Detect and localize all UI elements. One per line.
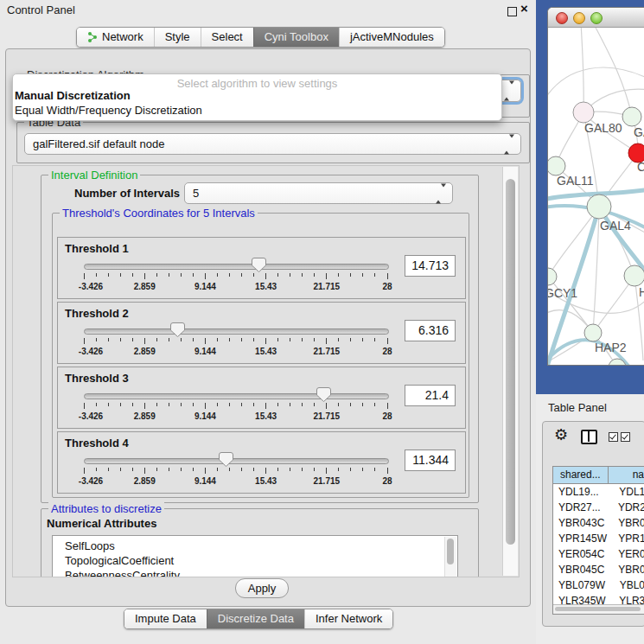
cell-shared-name[interactable]: YPR145W <box>553 531 613 546</box>
network-node[interactable] <box>622 107 641 126</box>
network-icon <box>87 31 98 43</box>
numerical-attributes-label: Numerical Attributes <box>47 517 156 530</box>
slider-thumb[interactable] <box>219 451 233 468</box>
tab-jactivemnodules[interactable]: jActiveMNodules <box>339 28 444 47</box>
minimize-window-icon[interactable] <box>573 12 585 24</box>
network-node[interactable] <box>548 156 565 175</box>
network-canvas[interactable]: GAL80GACGAL11GAL4GCY1HHAP2 <box>548 28 644 365</box>
cell-name[interactable]: YER0 <box>613 546 644 562</box>
network-node[interactable] <box>548 268 557 285</box>
cell-name[interactable]: YPR1 <box>613 531 644 546</box>
cell-shared-name[interactable]: YBL079W <box>553 577 615 593</box>
slider-thumb[interactable] <box>252 257 266 273</box>
tab-select[interactable]: Select <box>201 28 253 47</box>
numerical-attributes-list[interactable]: SelfLoopsTopologicalCoefficientBetweenne… <box>52 535 458 577</box>
thresholds-group-label: Threshold's Coordinates for 5 Intervals <box>60 207 258 220</box>
gear-icon[interactable]: ⚙ <box>554 425 568 444</box>
table-row[interactable]: YPR145WYPR1 <box>553 531 644 546</box>
attribute-item-betweennesscentrality[interactable]: BetweennessCentrality <box>53 568 457 577</box>
table-row[interactable]: YDL19...YDL1 <box>553 484 644 500</box>
checkbox-icon[interactable] <box>609 432 618 442</box>
cell-shared-name[interactable]: YBR045C <box>553 562 613 577</box>
attribute-item-selfloops[interactable]: SelfLoops <box>53 539 457 553</box>
float-window-icon[interactable] <box>507 7 517 16</box>
settings-scrollbar-thumb[interactable] <box>506 179 515 545</box>
slider-tick <box>350 403 351 406</box>
settings-vertical-scrollbar[interactable] <box>502 167 518 576</box>
table-row[interactable]: YER054CYER0 <box>553 546 644 562</box>
algorithm-placeholder: Select algorithm to view settings <box>13 77 501 90</box>
slider-track[interactable] <box>84 264 389 270</box>
threshold-value-field[interactable]: 21.4 <box>405 385 456 406</box>
cell-name[interactable]: YBR0 <box>613 515 644 531</box>
slider-tick <box>302 468 303 471</box>
table-row[interactable]: YDR27...YDR2 <box>553 500 644 515</box>
table-horizontal-scrollbar[interactable] <box>553 604 644 614</box>
checkbox-icon[interactable] <box>621 432 630 442</box>
cell-shared-name[interactable]: YER054C <box>553 546 613 562</box>
cell-name[interactable]: YBR0 <box>613 562 644 577</box>
cell-shared-name[interactable]: YDR27... <box>553 500 613 515</box>
network-node[interactable] <box>587 194 611 219</box>
slider-thumb[interactable] <box>170 322 185 338</box>
network-node[interactable] <box>573 102 594 123</box>
attribute-item-topologicalcoefficient[interactable]: TopologicalCoefficient <box>53 553 457 568</box>
slider-tick <box>205 403 206 409</box>
cell-name[interactable]: YDL1 <box>614 484 644 500</box>
network-node[interactable] <box>624 265 644 286</box>
tab-style[interactable]: Style <box>154 28 201 47</box>
cell-shared-name[interactable]: YBR043C <box>553 515 613 531</box>
split-columns-icon[interactable] <box>581 430 597 444</box>
tab-label: Style <box>165 28 190 47</box>
control-panel-title: Control Panel <box>7 3 75 16</box>
slider-tick-label: 28 <box>382 282 392 291</box>
column-header-name[interactable]: na <box>609 467 644 483</box>
slider-tick <box>350 338 351 341</box>
network-window-titlebar[interactable] <box>548 8 644 28</box>
slider-tick <box>338 403 339 406</box>
slider-tick <box>374 403 375 406</box>
zoom-window-icon[interactable] <box>590 12 603 24</box>
popup-option-equal-width[interactable]: Equal Width/Frequency Discretization <box>15 104 202 117</box>
threshold-value-field[interactable]: 6.316 <box>405 320 456 341</box>
number-of-intervals-select[interactable]: 5 <box>184 182 453 204</box>
node-attribute-table[interactable]: shared... na YDL19...YDL1YDR27...YDR2YBR… <box>552 466 644 615</box>
slider-tick <box>241 403 242 406</box>
table-row[interactable]: YBR043CYBR0 <box>553 515 644 531</box>
threshold-value-field[interactable]: 14.713 <box>405 255 456 277</box>
tab-network[interactable]: Network <box>77 28 154 47</box>
table-panel: Table Panel ⚙ shared... na YDL19...YDL1Y… <box>536 394 644 644</box>
slider-tick <box>108 403 109 406</box>
slider-track[interactable] <box>84 458 389 464</box>
slider-tick <box>229 273 230 277</box>
close-window-icon[interactable] <box>556 12 568 24</box>
slider-tick <box>144 468 145 474</box>
slider-thumb[interactable] <box>316 386 331 403</box>
tab-impute-data[interactable]: Impute Data <box>124 609 207 628</box>
apply-button[interactable]: Apply <box>235 578 289 598</box>
slider-track[interactable] <box>84 328 389 335</box>
column-header-shared-name[interactable]: shared... <box>553 467 609 483</box>
close-icon[interactable]: × <box>520 1 528 16</box>
popup-option-manual[interactable]: Manual Discretization <box>15 89 131 102</box>
table-hscrollbar-thumb[interactable] <box>555 607 641 611</box>
slider-tick <box>120 403 121 406</box>
table-row[interactable]: YBL079WYBL0 <box>553 577 644 593</box>
table-data-select[interactable]: galFiltered.sif default node <box>24 133 521 155</box>
tab-discretize-data[interactable]: Discretize Data <box>207 609 304 628</box>
cell-name[interactable]: YDR2 <box>613 500 644 515</box>
attributes-scrollbar-thumb[interactable] <box>447 539 454 564</box>
slider-tick-label: 9.144 <box>194 411 216 421</box>
network-node[interactable] <box>584 324 602 341</box>
slider-track[interactable] <box>84 393 389 399</box>
table-row[interactable]: YBR045CYBR0 <box>553 562 644 577</box>
threshold-value-field[interactable]: 11.344 <box>405 450 456 471</box>
network-edge <box>593 28 632 117</box>
cell-shared-name[interactable]: YDL19... <box>553 484 614 500</box>
tab-cyni-toolbox[interactable]: Cyni Toolbox <box>253 28 339 47</box>
node-label-h: H <box>639 285 644 299</box>
slider-tick <box>108 468 109 471</box>
tab-infer-network[interactable]: Infer Network <box>304 609 392 628</box>
attributes-scrollbar[interactable] <box>444 537 456 577</box>
cell-name[interactable]: YBL0 <box>615 577 644 593</box>
